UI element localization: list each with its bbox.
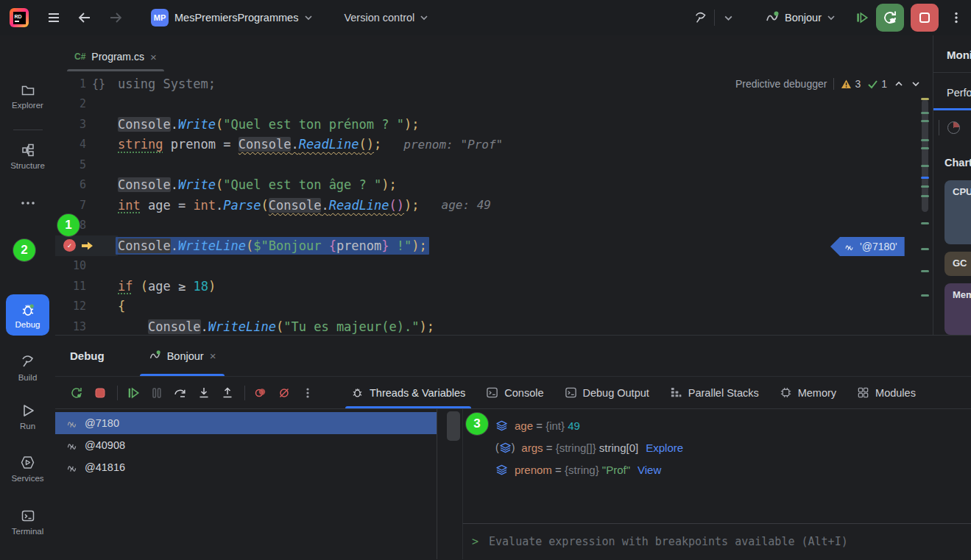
sidebar-item-build[interactable]: Build bbox=[0, 353, 55, 382]
code-folding-braces-icon[interactable]: {} bbox=[92, 77, 105, 91]
editor-gutter[interactable]: 7 bbox=[55, 195, 118, 216]
editor-gutter[interactable]: 3 bbox=[55, 114, 118, 135]
variable-row[interactable]: ()args = {string[]} string[0]Explore bbox=[463, 436, 971, 458]
tab-performance[interactable]: Performance bbox=[947, 87, 971, 99]
code-line[interactable]: 3Console.Write("Quel est ton prénom ? ")… bbox=[55, 114, 933, 135]
session-tab-close-icon[interactable]: × bbox=[210, 350, 216, 362]
tab-parallel-stacks[interactable]: Parallel Stacks bbox=[660, 377, 769, 408]
tab-threads-variables[interactable]: Threads & Variables bbox=[341, 377, 476, 408]
step-into-icon[interactable] bbox=[197, 386, 211, 400]
thread-row[interactable]: @7180 bbox=[55, 412, 437, 434]
scrollbar-thumb[interactable] bbox=[447, 411, 460, 441]
stop-button[interactable] bbox=[911, 4, 939, 32]
code-line[interactable]: 8 bbox=[55, 216, 933, 236]
tab-close-icon[interactable]: × bbox=[150, 51, 157, 63]
back-arrow-icon[interactable] bbox=[77, 10, 92, 25]
build-options-chevron-icon[interactable] bbox=[721, 10, 735, 25]
breakpoint-icon[interactable]: ✓ bbox=[63, 239, 76, 252]
tab-console[interactable]: Console bbox=[476, 377, 554, 408]
code-line[interactable]: 11if (age ≥ 18) bbox=[55, 276, 933, 297]
run-configuration-selector[interactable]: Bonjour bbox=[765, 10, 836, 25]
editor-gutter[interactable]: 1{} bbox=[55, 74, 118, 94]
step-over-icon[interactable] bbox=[174, 386, 187, 400]
tab-modules[interactable]: Modules bbox=[847, 377, 926, 408]
restart-debug-button[interactable] bbox=[876, 4, 904, 32]
project-widget[interactable]: MP MesPremiersProgrammes bbox=[151, 9, 313, 26]
variable-action-link[interactable]: Explore bbox=[646, 442, 683, 454]
debug-tab-label: Threads & Variables bbox=[370, 387, 465, 399]
threads-scroll-strip[interactable] bbox=[438, 409, 462, 559]
debugger-inline-value: prenom: "Prof" bbox=[403, 138, 503, 152]
sidebar-item-structure[interactable]: Structure bbox=[0, 143, 55, 170]
code-line[interactable]: 13 Console.WriteLine("Tu es majeur(e).")… bbox=[55, 316, 933, 335]
sidebar-item-more[interactable] bbox=[0, 196, 55, 210]
thread-row[interactable]: @41816 bbox=[55, 456, 437, 478]
variable-action-link[interactable]: View bbox=[638, 464, 661, 476]
editor-gutter[interactable]: 11 bbox=[55, 276, 118, 297]
editor-gutter[interactable]: 5 bbox=[55, 155, 118, 175]
main-toolbar: RD MP MesPremiersProgrammes Version cont… bbox=[0, 0, 971, 36]
step-out-icon[interactable] bbox=[221, 386, 234, 400]
code-line[interactable]: 7int age = int.Parse(Console.ReadLine())… bbox=[55, 195, 933, 216]
debugger-inline-value: age: 49 bbox=[442, 198, 491, 212]
debug-toolbar: Threads & VariablesConsoleDebug OutputPa… bbox=[55, 376, 971, 409]
rerun-debug-icon[interactable] bbox=[70, 386, 83, 400]
more-options-kebab-icon[interactable] bbox=[949, 10, 964, 25]
code-line[interactable]: 4string prenom = Console.ReadLine();pren… bbox=[55, 135, 933, 155]
sidebar-item-run[interactable]: Run bbox=[0, 403, 55, 430]
tab-program-cs[interactable]: C# Program.cs × bbox=[64, 42, 167, 71]
predictive-debugger-label[interactable]: Predictive debugger bbox=[735, 78, 827, 90]
sidebar-item-label: Build bbox=[18, 373, 38, 382]
main-menu-icon[interactable] bbox=[46, 10, 61, 25]
debug-more-kebab-icon[interactable] bbox=[301, 386, 314, 400]
threads-list[interactable]: @7180@40908@41816 bbox=[55, 409, 437, 559]
tab-memory[interactable]: Memory bbox=[769, 377, 847, 408]
sidebar-item-services[interactable]: Services bbox=[0, 455, 55, 483]
mute-breakpoints-icon[interactable] bbox=[278, 386, 291, 400]
view-breakpoints-icon[interactable] bbox=[254, 386, 267, 400]
code-line[interactable]: 12{ bbox=[55, 297, 933, 317]
editor-gutter[interactable]: 10 bbox=[55, 256, 118, 277]
editor-gutter[interactable]: 13 bbox=[55, 316, 118, 335]
forward-arrow-icon[interactable] bbox=[108, 10, 123, 25]
inspection-widget[interactable]: Predictive debugger 3 1 bbox=[735, 78, 921, 90]
sidebar-item-explorer[interactable]: Explorer bbox=[0, 82, 55, 110]
code-line[interactable]: 6Console.Write("Quel est ton âge ? "); bbox=[55, 175, 933, 196]
prev-issue-chevron-icon[interactable] bbox=[894, 79, 904, 88]
variable-row[interactable]: age = {int} 49 bbox=[463, 414, 971, 436]
resume-program-icon[interactable] bbox=[855, 10, 869, 25]
memory-chart-card[interactable]: Memory bbox=[944, 283, 971, 335]
code-editor[interactable]: 1{}using System;23Console.Write("Quel es… bbox=[55, 71, 933, 335]
thread-row[interactable]: @40908 bbox=[55, 434, 437, 456]
profiler-pie-icon[interactable] bbox=[947, 121, 960, 134]
debug-tab-label: Parallel Stacks bbox=[688, 387, 759, 399]
editor-gutter[interactable]: 12 bbox=[55, 297, 118, 317]
resume-icon[interactable] bbox=[127, 386, 140, 400]
editor-gutter[interactable]: 6 bbox=[55, 175, 118, 196]
code-line[interactable]: 2 bbox=[55, 94, 933, 115]
version-control-widget[interactable]: Version control bbox=[344, 12, 428, 24]
editor-gutter[interactable]: ✓ bbox=[55, 235, 118, 256]
sidebar-item-debug[interactable]: Debug bbox=[6, 294, 49, 336]
editor-scrollbar[interactable] bbox=[921, 71, 929, 335]
code-line[interactable]: 5 bbox=[55, 155, 933, 175]
modules-icon bbox=[857, 386, 869, 399]
variable-row[interactable]: prenom = {string} "Prof"View bbox=[463, 458, 971, 481]
session-tab-bonjour[interactable]: Bonjour × bbox=[140, 336, 225, 376]
sidebar-item-terminal[interactable]: Terminal bbox=[0, 508, 55, 536]
stop-icon[interactable] bbox=[93, 386, 107, 400]
current-thread-tag[interactable]: '@7180' bbox=[830, 237, 905, 256]
evaluate-expression-bar[interactable]: > Evaluate expression with breakpoints a… bbox=[462, 523, 971, 559]
gc-chart-card[interactable]: GC bbox=[944, 252, 971, 276]
pause-icon[interactable] bbox=[150, 386, 163, 400]
next-issue-chevron-icon[interactable] bbox=[911, 79, 921, 88]
editor-gutter[interactable]: 2 bbox=[55, 94, 118, 115]
warnings-count[interactable]: 3 bbox=[841, 78, 861, 90]
passed-count[interactable]: 1 bbox=[867, 78, 887, 90]
tab-debug-output[interactable]: Debug Output bbox=[554, 377, 660, 408]
editor-gutter[interactable]: 4 bbox=[55, 135, 118, 155]
code-line[interactable]: ✓Console.WriteLine($"Bonjour {prenom} !"… bbox=[55, 235, 933, 256]
code-line[interactable]: 10 bbox=[55, 256, 933, 277]
cpu-chart-card[interactable]: CPU bbox=[944, 180, 971, 244]
build-hammer-icon[interactable] bbox=[693, 10, 708, 25]
